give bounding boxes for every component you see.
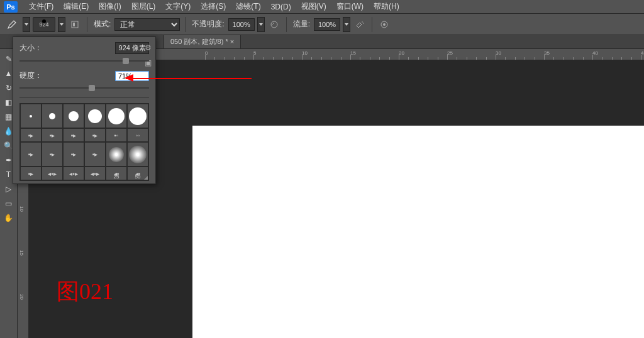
menu-image[interactable]: 图像(I) [94, 0, 126, 13]
svg-point-4 [363, 23, 364, 24]
brush-preset[interactable] [106, 143, 126, 166]
brush-preset[interactable] [64, 104, 84, 128]
brush-preset[interactable]: ▪▸ [85, 143, 105, 166]
brush-preset[interactable]: ▪▸ [42, 143, 62, 166]
options-bar: 924 模式: 正常 不透明度: 流量: [0, 14, 644, 35]
brush-preset[interactable]: ◂▪▸ [42, 167, 62, 180]
brush-preset[interactable]: ◂▪▸ [85, 167, 105, 180]
menu-layer[interactable]: 图层(L) [126, 0, 161, 13]
brush-preset[interactable]: ◂▪▸ [64, 167, 84, 180]
tablet-pressure-icon[interactable] [377, 18, 391, 31]
svg-point-6 [383, 23, 386, 26]
brush-preset[interactable] [128, 143, 148, 166]
menu-edit[interactable]: 编辑(E) [58, 0, 94, 13]
canvas[interactable] [192, 126, 644, 338]
menu-file[interactable]: 文件(F) [24, 0, 58, 13]
flow-input[interactable] [314, 18, 340, 31]
blend-mode-select[interactable]: 正常 [114, 18, 180, 31]
brush-preset[interactable]: ▪▸ [21, 129, 41, 141]
hardness-input[interactable] [115, 71, 149, 81]
flow-dropdown[interactable] [343, 17, 350, 32]
menu-help[interactable]: 帮助(H) [369, 0, 404, 13]
brush-preset[interactable]: ▪▸ [42, 129, 62, 141]
menu-view[interactable]: 视图(V) [296, 0, 331, 13]
airbrush-icon[interactable] [353, 18, 367, 31]
brush-preset-dropdown[interactable] [58, 17, 65, 32]
svg-point-3 [362, 21, 363, 23]
size-value[interactable]: 924 像素 [115, 42, 149, 54]
brush-preset[interactable] [42, 104, 62, 128]
size-slider[interactable] [19, 57, 149, 65]
brush-preset[interactable] [85, 104, 105, 128]
brush-preset[interactable] [106, 104, 126, 128]
brush-preview-button[interactable]: 924 [33, 17, 55, 32]
brush-preset[interactable]: ▪▸ [64, 129, 84, 141]
hardness-label: 硬度： [19, 70, 42, 81]
brush-preset[interactable]: ▪▸ [21, 167, 41, 180]
brush-preset[interactable]: ▪▸ [85, 129, 105, 141]
menu-select[interactable]: 选择(S) [196, 0, 231, 13]
brush-preset[interactable]: ▪◦ [106, 129, 126, 141]
menubar: Ps 文件(F) 编辑(E) 图像(I) 图层(L) 文字(Y) 选择(S) 滤… [0, 0, 644, 14]
brush-settings-popup: ⚙ ▣ 大小： 924 像素 硬度： ▪▸ ▪▸ ▪▸ ▪▸ ▪◦ ◦◦ ▪▸ [13, 36, 156, 184]
hand-tool[interactable]: ✋ [1, 211, 16, 225]
brush-preset[interactable]: ▪▸ [64, 143, 84, 166]
figure-label: 图021 [57, 276, 113, 307]
svg-point-2 [271, 21, 277, 28]
brush-panel-toggle-icon[interactable] [68, 18, 82, 31]
brush-preset[interactable]: ◂▪25 [106, 167, 126, 180]
opacity-pressure-icon[interactable] [267, 18, 281, 31]
menu-window[interactable]: 窗口(W) [331, 0, 369, 13]
opacity-dropdown[interactable] [257, 17, 265, 32]
menu-3d[interactable]: 3D(D) [266, 1, 296, 13]
shape-tool[interactable]: ▭ [1, 197, 16, 210]
flow-label: 流量: [293, 19, 310, 30]
size-label: 大小： [19, 43, 42, 53]
brush-preset[interactable]: ◦◦ [128, 129, 148, 141]
menu-type[interactable]: 文字(Y) [160, 0, 196, 13]
tool-preset-dropdown[interactable] [23, 17, 30, 32]
hardness-slider[interactable] [19, 84, 149, 92]
brush-popup-settings-icon[interactable]: ⚙ [145, 43, 152, 52]
menu-filter[interactable]: 滤镜(T) [231, 0, 265, 13]
opacity-input[interactable] [228, 18, 255, 31]
brush-preset[interactable] [21, 104, 41, 128]
brush-preset-grid: ▪▸ ▪▸ ▪▸ ▪▸ ▪◦ ◦◦ ▪▸ ▪▸ ▪▸ ▪▸ ▪▸ ◂▪▸ ◂▪▸… [19, 103, 149, 181]
path-select-tool[interactable]: ▷ [1, 182, 16, 196]
mode-label: 模式: [94, 19, 111, 30]
document-tab[interactable]: 050 副本, 建筑/8) * × [164, 35, 241, 48]
brush-preset[interactable] [128, 104, 148, 128]
app-logo: Ps [4, 1, 18, 13]
brush-tool-icon [4, 16, 20, 33]
svg-rect-1 [73, 23, 75, 26]
brush-preset[interactable]: ▪▸ [21, 143, 41, 166]
opacity-label: 不透明度: [192, 19, 224, 30]
panel-resize-handle[interactable] [142, 173, 148, 180]
